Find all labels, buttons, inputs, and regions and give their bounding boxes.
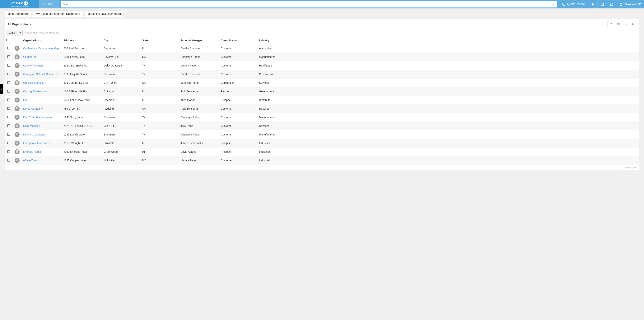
row-checkbox[interactable]: [7, 81, 10, 84]
cell-address: 1245 Cooper Lane: [62, 156, 102, 165]
row-checkbox[interactable]: [7, 55, 10, 58]
row-detail-button[interactable]: [14, 132, 20, 137]
refresh-button[interactable]: [629, 21, 636, 27]
cell-state: NY: [140, 156, 179, 165]
cell-industry: Industrial: [258, 139, 639, 148]
cell-manager: Mickey Patton: [179, 156, 219, 165]
col-industry[interactable]: Industry: [258, 37, 639, 44]
row-detail-button[interactable]: [14, 54, 20, 59]
row-checkbox[interactable]: [7, 73, 10, 75]
organization-link[interactable]: D&T: [23, 98, 28, 102]
row-detail-button[interactable]: [14, 123, 20, 128]
row-checkbox[interactable]: [7, 142, 10, 144]
table-row: Dyana's Diamonds1245 Lovely LaneShermanT…: [5, 130, 639, 139]
organization-link[interactable]: Cooper Inc.: [23, 55, 37, 58]
user-menu[interactable]: Chantaye: [616, 0, 644, 8]
logo-tagline: Clearly Different. Clearly Better.: [10, 6, 29, 7]
row-checkbox[interactable]: [7, 133, 10, 136]
search-input[interactable]: [63, 3, 552, 6]
row-detail-button[interactable]: [14, 106, 20, 111]
clear-button[interactable]: Clear: [6, 30, 18, 35]
organization-link[interactable]: Copy of Voyager: [23, 64, 43, 67]
logo[interactable]: CLEAR C2 Clearly Different. Clearly Bett…: [0, 0, 39, 8]
tab-main-dashboard[interactable]: Main Dashboard: [4, 10, 32, 17]
side-drawer-toggle[interactable]: [0, 84, 3, 94]
organization-link[interactable]: Demo Company: [23, 107, 42, 110]
row-detail-button[interactable]: [14, 141, 20, 146]
row-detail-button[interactable]: [14, 89, 20, 94]
cell-city: Sherman: [102, 113, 140, 122]
cell-city: Beverly Hills: [102, 53, 140, 61]
row-checkbox[interactable]: [7, 47, 10, 49]
cell-classification: Customer: [219, 156, 258, 165]
reports-button[interactable]: [607, 0, 616, 8]
organization-link[interactable]: eSalesTrack: [23, 159, 38, 162]
row-checkbox[interactable]: [7, 150, 10, 153]
select-all-checkbox[interactable]: [6, 39, 9, 41]
cell-city: Hinsdale: [102, 139, 140, 148]
row-checkbox[interactable]: [7, 98, 10, 101]
organization-link[interactable]: Dolly Madison: [23, 124, 40, 127]
notifications-button[interactable]: [588, 0, 598, 8]
cell-address: 789 Green St.: [62, 104, 102, 113]
row-detail-button[interactable]: [14, 72, 20, 77]
organization-link[interactable]: Cressler Services: [23, 81, 44, 84]
row-checkbox[interactable]: [7, 116, 10, 118]
cell-industry: Manufacturer: [258, 113, 639, 122]
svg-rect-17: [618, 24, 619, 24]
tab-marketing-dashboard[interactable]: Marketing ROI Dashboard: [84, 10, 124, 17]
organization-link[interactable]: Conference Management Grp: [23, 47, 59, 50]
row-detail-button[interactable]: [14, 158, 20, 163]
organization-link[interactable]: Encephalo Associates: [23, 142, 50, 145]
row-checkbox[interactable]: [7, 90, 10, 92]
dashboard-tabs: Main Dashboard My Sales Management Dashb…: [0, 8, 644, 19]
row-detail-button[interactable]: [14, 149, 20, 154]
row-checkbox[interactable]: [7, 159, 10, 162]
cell-manager: Charlie Spaneas: [179, 70, 219, 78]
row-checkbox[interactable]: [7, 64, 10, 67]
col-classification[interactable]: Classification: [219, 37, 258, 44]
svg-marker-21: [19, 32, 21, 33]
calendar-button[interactable]: [598, 0, 607, 8]
row-checkbox[interactable]: [7, 107, 10, 110]
record-count: 164 records: [5, 165, 639, 170]
organization-link[interactable]: Cyborg Systems Inc: [23, 90, 47, 93]
row-detail-button[interactable]: [14, 80, 20, 85]
clear-dropdown[interactable]: [18, 30, 23, 35]
svg-rect-1: [42, 4, 46, 4]
col-address[interactable]: Address: [62, 37, 102, 44]
col-city[interactable]: City: [102, 37, 140, 44]
row-detail-button[interactable]: [14, 46, 20, 51]
search-box[interactable]: [60, 1, 557, 7]
tab-sales-dashboard[interactable]: My Sales Management Dashboard: [33, 10, 83, 17]
add-button[interactable]: [615, 21, 622, 27]
col-state[interactable]: State: [140, 37, 179, 44]
search-icon[interactable]: [552, 3, 555, 6]
cell-manager: Allen Swope: [179, 96, 219, 104]
filter-button[interactable]: [607, 21, 615, 27]
organization-link[interactable]: Dog Crate Manufacturing: [23, 116, 53, 119]
cell-address: 1245 Suzy Lane: [62, 113, 102, 122]
settings-button[interactable]: [622, 21, 629, 27]
filter-icon: [610, 23, 612, 25]
panel-toolbar: [607, 21, 636, 27]
cell-city: Chicago: [102, 87, 140, 96]
col-organization[interactable]: Organization↑: [22, 37, 62, 44]
document-icon: [16, 90, 18, 93]
filter-input[interactable]: [23, 29, 639, 37]
menu-toggle[interactable]: Menu: [39, 0, 59, 8]
row-checkbox[interactable]: [7, 124, 10, 127]
organization-link[interactable]: Covington Sales & Service Inc.: [23, 73, 60, 76]
organization-link[interactable]: Endress Hauser: [23, 150, 42, 153]
quick-create-button[interactable]: Quick Create: [559, 0, 588, 8]
row-detail-button[interactable]: [14, 63, 20, 68]
cell-industry: Government: [258, 87, 639, 96]
chevron-right-icon: [1, 88, 2, 90]
cell-city: VENTURA: [102, 78, 140, 87]
organization-link[interactable]: Dyana's Diamonds: [23, 133, 46, 136]
cell-address: 212 CSO-Space Rd: [62, 61, 102, 70]
row-detail-button[interactable]: [14, 97, 20, 102]
col-manager[interactable]: Account Manager: [179, 37, 219, 44]
row-detail-button[interactable]: [14, 115, 20, 120]
table-row: Demo Company789 Green St.ReddingCARick B…: [5, 104, 639, 113]
